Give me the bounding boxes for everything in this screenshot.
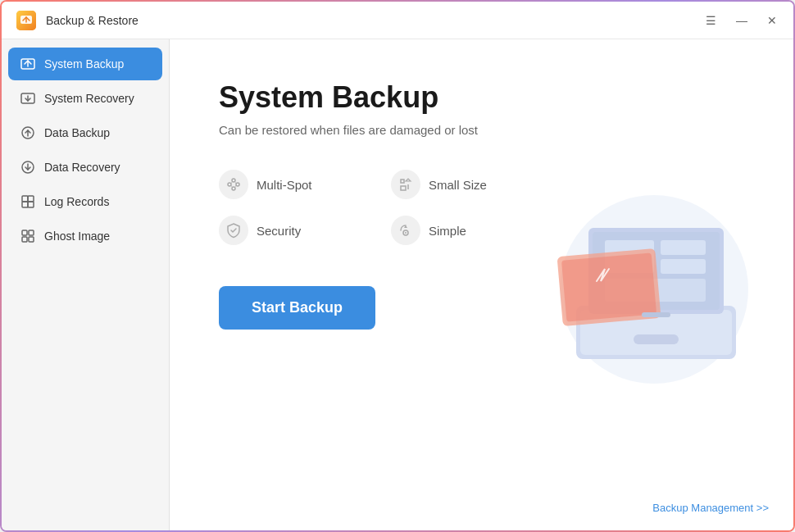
- sidebar-item-data-recovery[interactable]: Data Recovery: [8, 151, 162, 184]
- feature-simple-label: Simple: [429, 224, 466, 238]
- data-backup-icon: [20, 125, 36, 141]
- feature-multi-spot: Multi-Spot: [219, 170, 366, 199]
- svg-rect-43: [561, 252, 656, 321]
- feature-small-size-label: Small Size: [429, 178, 487, 192]
- start-backup-button[interactable]: Start Backup: [219, 286, 375, 330]
- svg-line-26: [231, 185, 232, 187]
- data-recovery-icon: [20, 159, 36, 175]
- log-records-icon: [20, 193, 36, 210]
- sidebar-item-ghost-image[interactable]: Ghost Image: [8, 220, 162, 252]
- svg-rect-19: [29, 237, 34, 242]
- svg-point-21: [232, 179, 235, 182]
- sidebar-item-data-backup-label: Data Backup: [44, 126, 110, 139]
- window-controls: ☰ — ✕: [702, 11, 780, 30]
- backup-management-link[interactable]: Backup Management >>: [652, 502, 769, 514]
- svg-point-30: [405, 232, 407, 234]
- sidebar-item-data-recovery-label: Data Recovery: [44, 161, 120, 174]
- sidebar-item-system-backup-label: System Backup: [44, 57, 124, 70]
- sidebar-item-log-records-label: Log Records: [44, 195, 109, 208]
- svg-line-25: [235, 182, 236, 184]
- sidebar-item-data-backup[interactable]: Data Backup: [8, 116, 162, 149]
- illustration: [498, 162, 761, 408]
- svg-line-27: [235, 185, 236, 187]
- svg-rect-18: [22, 237, 27, 242]
- app-title: Backup & Restore: [46, 14, 702, 27]
- main-layout: System Backup System Recovery: [2, 39, 793, 530]
- svg-rect-16: [22, 230, 27, 235]
- system-recovery-icon: [20, 90, 36, 107]
- multi-spot-icon: [219, 170, 248, 199]
- simple-icon: [391, 216, 420, 245]
- svg-point-23: [232, 187, 235, 190]
- svg-rect-40: [661, 259, 706, 274]
- ghost-image-icon: [20, 228, 36, 244]
- page-title: System Backup: [219, 80, 744, 115]
- svg-rect-13: [28, 196, 34, 202]
- svg-rect-17: [29, 230, 34, 235]
- close-button[interactable]: ✕: [764, 11, 780, 30]
- content-area: System Backup Can be restored when files…: [170, 39, 793, 530]
- svg-rect-44: [642, 312, 670, 317]
- security-icon: [219, 216, 248, 245]
- small-size-icon: [391, 170, 420, 199]
- minimize-button[interactable]: —: [733, 11, 751, 30]
- title-bar: Backup & Restore ☰ — ✕: [2, 2, 793, 39]
- svg-rect-12: [22, 196, 28, 202]
- page-subtitle: Can be restored when files are damaged o…: [219, 123, 744, 137]
- svg-rect-35: [634, 334, 679, 344]
- svg-rect-15: [28, 202, 34, 207]
- svg-rect-39: [661, 240, 706, 255]
- feature-multi-spot-label: Multi-Spot: [257, 178, 312, 192]
- app-icon: [15, 9, 38, 32]
- svg-point-20: [228, 183, 231, 186]
- sidebar-item-ghost-image-label: Ghost Image: [44, 230, 110, 243]
- svg-rect-14: [22, 202, 28, 207]
- menu-button[interactable]: ☰: [702, 11, 720, 30]
- svg-point-22: [236, 183, 239, 186]
- feature-security: Security: [219, 216, 366, 245]
- feature-security-label: Security: [257, 224, 301, 238]
- sidebar-item-system-recovery-label: System Recovery: [44, 92, 134, 105]
- sidebar-item-system-backup[interactable]: System Backup: [8, 48, 162, 80]
- sidebar-item-log-records[interactable]: Log Records: [8, 185, 162, 218]
- svg-line-24: [231, 182, 232, 184]
- sidebar-item-system-recovery[interactable]: System Recovery: [8, 82, 162, 115]
- sidebar: System Backup System Recovery: [2, 39, 170, 530]
- system-backup-icon: [20, 56, 36, 72]
